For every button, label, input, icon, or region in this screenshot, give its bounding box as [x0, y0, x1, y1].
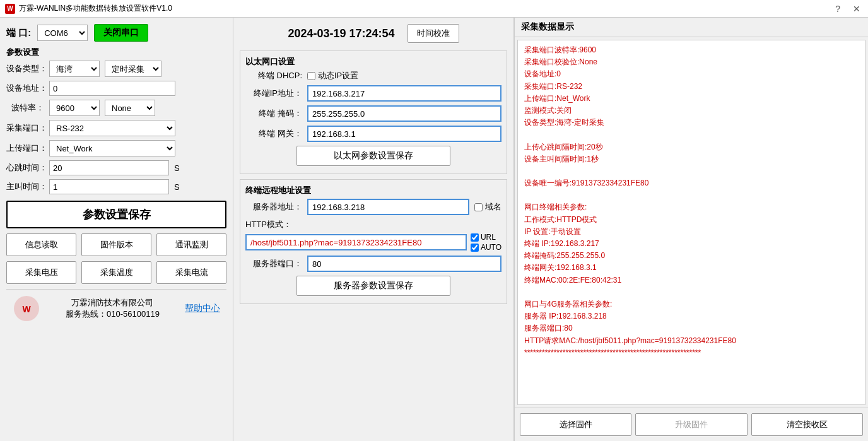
time-sync-button[interactable]: 时间校准	[408, 24, 459, 43]
data-line: 网口终端相关参数:	[524, 201, 859, 213]
url-checkbox-item[interactable]: URL	[471, 233, 501, 242]
server-port-row: 服务器端口：	[245, 256, 501, 272]
data-line: 服务器端口:80	[524, 322, 859, 334]
data-line	[524, 165, 859, 177]
title-bar: W 万霖-WANLIN多功能数据转换放设置软件V1.0 ? ✕	[0, 0, 868, 18]
heartbeat-unit: S	[174, 163, 180, 173]
baud-rate-row: 波特率： 9600 None	[6, 100, 226, 116]
baud-rate-label: 波特率：	[6, 102, 44, 114]
save-params-button[interactable]: 参数设置保存	[6, 201, 226, 228]
gateway-label: 终端 网关：	[245, 128, 302, 139]
url-auto-checkboxes: URL AUTO	[471, 233, 501, 252]
ethernet-title: 以太网口设置	[245, 56, 501, 68]
data-line: 上传心跳间隔时间:20秒	[524, 141, 859, 153]
mask-row: 终端 掩码：	[245, 105, 501, 122]
collect-port-select[interactable]: RS-232	[49, 120, 175, 136]
data-line: 设备主叫间隔时间:1秒	[524, 153, 859, 165]
auto-label: AUTO	[481, 243, 501, 252]
data-line: 服务器 IP:192.168.3.218	[524, 310, 859, 322]
http-input[interactable]	[245, 234, 467, 250]
call-time-label: 主叫时间：	[6, 181, 44, 192]
footer-section: W 万霖消防技术有限公司 服务热线：010-56100119 帮助中心	[6, 289, 226, 327]
mid-panel: 2024-03-19 17:24:54 时间校准 以太网口设置 终端 DHCP:…	[233, 18, 514, 441]
dynamic-ip-checkbox[interactable]	[307, 72, 315, 80]
data-line	[524, 129, 859, 141]
call-time-input[interactable]	[49, 179, 169, 194]
server-save-button[interactable]: 服务器参数设置保存	[296, 276, 450, 296]
auto-checkbox[interactable]	[471, 244, 479, 252]
clear-receive-button[interactable]: 清空接收区	[751, 413, 863, 436]
collect-temp-button[interactable]: 采集温度	[81, 261, 151, 284]
data-line: 终端 IP:192.168.3.217	[524, 238, 859, 250]
footer-company: 万霖消防技术有限公司 服务热线：010-56100119	[66, 297, 160, 320]
upgrade-firmware-button[interactable]: 升级固件	[635, 413, 747, 436]
url-label: URL	[481, 233, 496, 242]
firmware-version-button[interactable]: 固件版本	[81, 233, 151, 256]
main-content: 端 口: COM6 关闭串口 参数设置 设备类型： 海湾 定时采集 设备地址：	[0, 18, 868, 441]
upload-port-label: 上传端口：	[6, 143, 44, 154]
ip-row: 终端IP地址：	[245, 85, 501, 102]
close-port-button[interactable]: 关闭串口	[94, 24, 148, 42]
http-row: URL AUTO	[245, 233, 501, 252]
eth-save-button[interactable]: 以太网参数设置保存	[296, 146, 450, 166]
param-section: 参数设置 设备类型： 海湾 定时采集 设备地址： 波特率： 960	[6, 47, 226, 228]
url-checkbox[interactable]	[471, 233, 479, 242]
mask-input[interactable]	[307, 105, 501, 122]
data-line: 监测模式:关闭	[524, 105, 859, 117]
device-addr-row: 设备地址：	[6, 81, 226, 96]
upload-port-select[interactable]: Net_Work	[49, 140, 175, 156]
data-line	[524, 189, 859, 201]
action-buttons-row2: 采集电压 采集温度 采集电流	[6, 261, 226, 284]
right-bottom-buttons: 选择固件 升级固件 清空接收区	[515, 408, 868, 441]
comm-monitor-button[interactable]: 通讯监测	[156, 233, 226, 256]
server-port-input[interactable]	[307, 256, 501, 272]
heartbeat-input[interactable]	[49, 160, 169, 175]
heartbeat-row: 心跳时间： S	[6, 160, 226, 175]
device-addr-input[interactable]	[49, 81, 175, 96]
datetime-row: 2024-03-19 17:24:54 时间校准	[240, 24, 507, 43]
auto-checkbox-item[interactable]: AUTO	[471, 243, 501, 252]
remote-section: 终端远程地址设置 服务器地址： 域名 HTTP模式： URL	[240, 179, 507, 304]
data-line: 终端掩码:255.255.255.0	[524, 250, 859, 262]
gateway-input[interactable]	[307, 126, 501, 142]
collect-current-button[interactable]: 采集电流	[156, 261, 226, 284]
help-button[interactable]: ?	[833, 4, 843, 14]
datetime-display: 2024-03-19 17:24:54	[288, 27, 394, 40]
read-info-button[interactable]: 信息读取	[6, 233, 76, 256]
company-name: 万霖消防技术有限公司	[66, 297, 160, 309]
close-button[interactable]: ✕	[850, 4, 863, 14]
action-buttons-row1: 信息读取 固件版本 通讯监测	[6, 233, 226, 256]
help-center-link[interactable]: 帮助中心	[185, 303, 220, 314]
select-firmware-button[interactable]: 选择固件	[520, 413, 631, 436]
data-line: 采集端口:RS-232	[524, 81, 859, 93]
data-line: 终端网关:192.168.3.1	[524, 262, 859, 274]
app-icon: W	[5, 4, 15, 14]
svg-text:W: W	[22, 304, 31, 314]
collect-voltage-button[interactable]: 采集电压	[6, 261, 76, 284]
port-label: 端 口:	[6, 27, 31, 39]
title-bar-left: W 万霖-WANLIN多功能数据转换放设置软件V1.0	[5, 3, 172, 14]
port-select[interactable]: COM6	[37, 25, 88, 41]
data-line: IP 设置:手动设置	[524, 226, 859, 238]
collect-port-label: 采集端口：	[6, 122, 44, 134]
data-line	[524, 286, 859, 298]
right-header: 采集数据显示	[515, 18, 868, 37]
domain-checkbox[interactable]	[474, 203, 483, 211]
data-line: 网口与4G服务器相关参数:	[524, 298, 859, 310]
data-display: 采集端口波特率:9600采集端口校验位:None设备地址:0采集端口:RS-23…	[517, 40, 865, 405]
data-line: 采集端口校验位:None	[524, 56, 859, 68]
device-mode-select[interactable]: 定时采集	[105, 61, 161, 77]
upload-port-row: 上传端口： Net_Work	[6, 140, 226, 156]
app-title: 万霖-WANLIN多功能数据转换放设置软件V1.0	[19, 3, 172, 14]
server-addr-input[interactable]	[307, 199, 469, 215]
data-line: 终端MAC:00:2E:FE:80:42:31	[524, 274, 859, 286]
ethernet-section: 以太网口设置 终端 DHCP: 动态IP设置 终端IP地址： 终端 掩码：	[240, 50, 507, 174]
ip-input[interactable]	[307, 85, 501, 102]
device-type-select[interactable]: 海湾	[49, 61, 100, 77]
dynamic-ip-label[interactable]: 动态IP设置	[307, 70, 358, 81]
collect-port-row: 采集端口： RS-232	[6, 120, 226, 136]
right-panel: 采集数据显示 采集端口波特率:9600采集端口校验位:None设备地址:0采集端…	[514, 18, 868, 441]
parity-select[interactable]: None	[105, 100, 155, 116]
baud-rate-select[interactable]: 9600	[49, 100, 100, 116]
domain-label[interactable]: 域名	[474, 201, 501, 213]
